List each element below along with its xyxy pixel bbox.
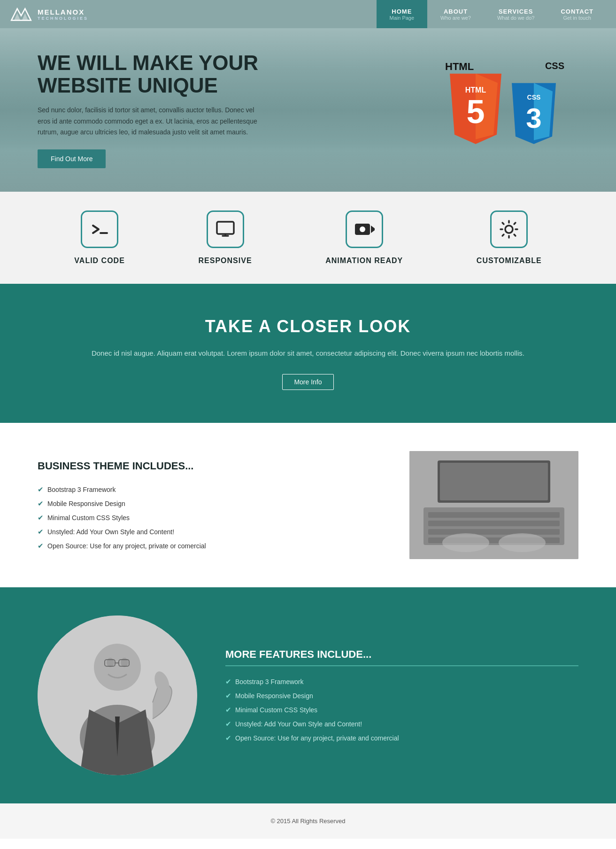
brand: Mellanox TECHNOLOGIES (9, 5, 88, 23)
checkmark-icon: ✔ (38, 542, 44, 550)
more-info-button[interactable]: More Info (282, 374, 333, 390)
list-item: ✔Mobile Responsive Design (225, 692, 578, 700)
closer-look-body: Donec id nisl augue. Aliquam erat volutp… (47, 348, 569, 359)
feature-customizable-label: CUSTOMIZABLE (477, 257, 542, 265)
list-item: ✔Mobile Responsive Design (38, 499, 381, 508)
brand-name: Mellanox (38, 8, 88, 16)
svg-point-28 (499, 533, 546, 552)
more-features-title: MORE FEATURES INCLUDE... (225, 648, 578, 661)
svg-point-27 (442, 533, 489, 552)
svg-rect-23 (428, 529, 560, 535)
camera-icon (346, 210, 383, 248)
brand-logo (9, 5, 33, 23)
svg-text:3: 3 (526, 102, 541, 134)
checkmark-icon: ✔ (225, 720, 231, 728)
list-item: ✔Bootstrap 3 Framework (225, 678, 578, 686)
hero-body: Sed nunc dolor, facilisis id tortor sit … (38, 105, 263, 138)
checkmark-icon: ✔ (38, 528, 44, 536)
nav-about-label: ABOUT (444, 8, 468, 15)
laptop-image (409, 451, 578, 559)
brand-subtitle: TECHNOLOGIES (38, 16, 88, 21)
svg-rect-21 (428, 512, 560, 518)
hero-content: WE WILL MAKE YOUR WEBSITE UNIQUE Sed nun… (38, 52, 263, 168)
feature-responsive: RESPONSIVE (199, 210, 252, 265)
features-strip: VALID CODE RESPONSIVE ANIMATION READY (0, 192, 616, 284)
business-theme-title: BUSINESS THEME INCLUDES... (38, 460, 381, 472)
closer-look-title: TAKE A CLOSER LOOK (47, 317, 569, 336)
css-label: CSS (545, 61, 564, 71)
more-features-list: ✔Bootstrap 3 Framework ✔Mobile Responsiv… (225, 678, 578, 742)
svg-rect-12 (217, 222, 234, 234)
business-theme-section: BUSINESS THEME INCLUDES... ✔Bootstrap 3 … (0, 423, 616, 587)
svg-point-18 (505, 226, 513, 233)
svg-point-30 (94, 644, 141, 691)
navbar: Mellanox TECHNOLOGIES HOME Main Page ABO… (0, 0, 616, 28)
laptop-visual (409, 451, 578, 559)
svg-marker-0 (11, 8, 31, 20)
checkmark-icon: ✔ (225, 706, 231, 714)
list-item: ✔Bootstrap 3 Framework (38, 485, 381, 494)
list-item: ✔Minimal Custom CSS Styles (225, 706, 578, 714)
css3-shield-icon: 3 CSS (508, 83, 560, 147)
svg-marker-2 (22, 13, 28, 20)
nav-services[interactable]: SERVICES What do we do? (484, 0, 548, 28)
feature-animation: ANIMATION READY (325, 210, 403, 265)
feature-valid-code: VALID CODE (74, 210, 124, 265)
checkmark-icon: ✔ (225, 678, 231, 686)
nav-home-label: HOME (392, 8, 412, 15)
monitor-icon (207, 210, 244, 248)
features-divider (225, 665, 578, 666)
feature-responsive-label: RESPONSIVE (199, 257, 252, 265)
hero-section: WE WILL MAKE YOUR WEBSITE UNIQUE Sed nun… (0, 28, 616, 192)
nav-contact[interactable]: CONTACT Get in touch (547, 0, 607, 28)
checkmark-icon: ✔ (38, 514, 44, 522)
list-item: ✔Unstyled: Add Your Own Style and Conten… (38, 528, 381, 536)
svg-rect-26 (440, 463, 548, 500)
checkmark-icon: ✔ (38, 499, 44, 508)
checkmark-icon: ✔ (225, 692, 231, 700)
nav-services-sub: What do we do? (497, 15, 535, 21)
hero-title: WE WILL MAKE YOUR WEBSITE UNIQUE (38, 52, 263, 97)
nav-about-sub: Who are we? (440, 15, 471, 21)
list-item: ✔Unstyled: Add Your Own Style and Conten… (225, 720, 578, 728)
svg-point-17 (360, 226, 365, 232)
svg-text:CSS: CSS (527, 93, 541, 101)
svg-text:HTML: HTML (465, 86, 486, 94)
html-label: HTML (445, 61, 474, 73)
nav-home[interactable]: HOME Main Page (377, 0, 428, 28)
nav-about[interactable]: ABOUT Who are we? (427, 0, 484, 28)
nav-contact-sub: Get in touch (563, 15, 591, 21)
business-theme-content: BUSINESS THEME INCLUDES... ✔Bootstrap 3 … (38, 460, 381, 550)
person-silhouette (38, 615, 197, 775)
list-item: ✔Open Source: Use for any project, priva… (38, 542, 381, 550)
person-image (38, 615, 197, 775)
svg-marker-1 (14, 13, 20, 20)
business-theme-list: ✔Bootstrap 3 Framework ✔Mobile Responsiv… (38, 485, 381, 550)
feature-valid-code-label: VALID CODE (74, 257, 124, 265)
more-features-section: MORE FEATURES INCLUDE... ✔Bootstrap 3 Fr… (0, 587, 616, 803)
nav-contact-label: CONTACT (561, 8, 593, 15)
find-out-more-button[interactable]: Find Out More (38, 149, 106, 168)
feature-customizable: CUSTOMIZABLE (477, 210, 542, 265)
list-item: ✔Open Source: Use for any project, priva… (225, 734, 578, 742)
nav-menu: HOME Main Page ABOUT Who are we? SERVICE… (377, 0, 607, 28)
list-item: ✔Minimal Custom CSS Styles (38, 514, 381, 522)
html5-shield-icon: 5 HTML (445, 74, 506, 147)
checkmark-icon: ✔ (38, 485, 44, 494)
checkmark-icon: ✔ (225, 734, 231, 742)
terminal-icon (81, 210, 118, 248)
hero-badges: HTML CSS 5 HTML 3 CSS (445, 74, 560, 147)
nav-services-label: SERVICES (499, 8, 533, 15)
svg-rect-22 (428, 521, 560, 526)
svg-text:5: 5 (467, 93, 485, 130)
nav-home-sub: Main Page (390, 15, 415, 21)
footer: © 2015 All Rights Reserved (0, 803, 616, 839)
gear-icon (490, 210, 528, 248)
closer-look-section: TAKE A CLOSER LOOK Donec id nisl augue. … (0, 284, 616, 423)
more-features-content: MORE FEATURES INCLUDE... ✔Bootstrap 3 Fr… (225, 648, 578, 742)
footer-text: © 2015 All Rights Reserved (270, 818, 345, 825)
svg-marker-16 (371, 226, 375, 233)
feature-animation-label: ANIMATION READY (325, 257, 403, 265)
